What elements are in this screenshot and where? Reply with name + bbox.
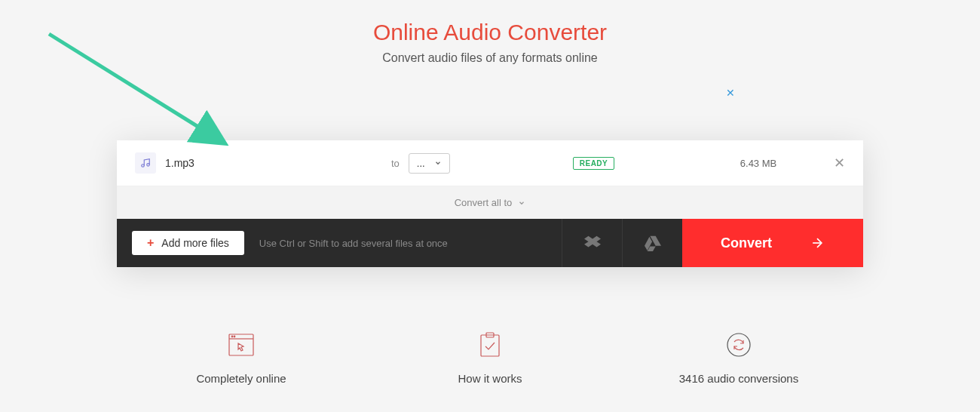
svg-point-8 — [234, 336, 235, 337]
svg-point-3 — [147, 164, 150, 167]
page-subtitle: Convert audio files of any formats onlin… — [0, 51, 980, 65]
add-more-label: Add more files — [161, 237, 228, 249]
convert-button[interactable]: Convert — [682, 219, 863, 267]
file-name: 1.mp3 — [165, 157, 391, 169]
svg-point-11 — [727, 334, 750, 356]
convert-all-row[interactable]: Convert all to — [117, 186, 863, 219]
feature-label: 3416 audio conversions — [614, 372, 863, 385]
google-drive-icon — [645, 235, 661, 251]
svg-point-2 — [142, 164, 145, 168]
file-size: 6.43 MB — [683, 158, 834, 169]
dropbox-icon — [584, 235, 601, 251]
close-ad-icon[interactable]: ✕ — [726, 87, 735, 99]
clipboard-check-icon — [366, 331, 614, 358]
file-row: 1.mp3 to ... READY 6.43 MB ✕ — [117, 140, 863, 186]
status-badge: READY — [573, 157, 615, 170]
arrow-right-icon — [810, 235, 825, 251]
feature-how-it-works: How it works — [366, 331, 614, 385]
svg-rect-9 — [481, 335, 499, 356]
chevron-down-icon — [518, 199, 525, 207]
converter-panel: 1.mp3 to ... READY 6.43 MB ✕ Convert all… — [117, 140, 863, 267]
music-note-icon — [135, 152, 156, 174]
google-drive-button[interactable] — [622, 219, 682, 267]
page-title: Online Audio Converter — [0, 20, 980, 45]
plus-icon: + — [147, 236, 154, 250]
format-select[interactable]: ... — [409, 153, 450, 174]
format-value: ... — [417, 158, 425, 169]
convert-label: Convert — [721, 235, 772, 251]
close-icon[interactable]: ✕ — [834, 155, 845, 171]
features-row: Completely online How it works 3416 audi… — [117, 331, 863, 385]
feature-label: How it works — [366, 372, 614, 385]
feature-online: Completely online — [117, 331, 366, 385]
refresh-icon — [614, 331, 863, 358]
add-more-files-button[interactable]: + Add more files — [132, 231, 244, 255]
chevron-down-icon — [434, 159, 442, 167]
convert-all-label: Convert all to — [455, 197, 513, 208]
action-bar: + Add more files Use Ctrl or Shift to ad… — [117, 219, 863, 267]
svg-point-7 — [231, 336, 233, 337]
browser-cursor-icon — [117, 331, 366, 358]
hint-text: Use Ctrl or Shift to add several files a… — [259, 238, 448, 249]
to-label: to — [391, 158, 400, 169]
dropbox-button[interactable] — [562, 219, 622, 267]
feature-conversions: 3416 audio conversions — [614, 331, 863, 385]
feature-label: Completely online — [117, 372, 366, 385]
